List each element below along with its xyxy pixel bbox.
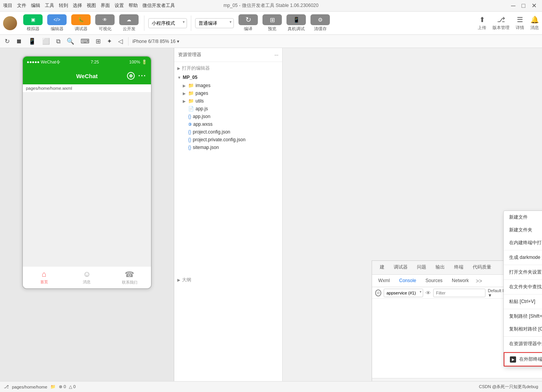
debug-tab-terminal[interactable]: 终端 <box>449 261 468 275</box>
grid-icon[interactable]: ⊞ <box>94 37 102 46</box>
phone-dots[interactable]: ··· <box>138 72 146 80</box>
tree-item-projconfig[interactable]: ▶ {} project.config.json <box>174 128 282 136</box>
ctx-open-terminal[interactable]: 在内建终端中打开 <box>504 236 542 249</box>
menu-goto[interactable]: 转到 <box>59 2 68 9</box>
version-tool[interactable]: ⎇ 版本管理 <box>492 15 509 31</box>
ctx-new-folder[interactable]: 新建文件夹 <box>504 224 542 236</box>
devtools-tab-network[interactable]: Network <box>447 274 473 288</box>
filter-input[interactable] <box>433 289 485 297</box>
phone-path: pages/home/home.wxml <box>23 84 151 92</box>
menu-help[interactable]: 帮助 <box>129 2 138 9</box>
detail-tool[interactable]: ☰ 详情 <box>516 15 524 31</box>
phone-nav-home[interactable]: ⌂ 首页 <box>23 267 65 288</box>
ctx-folder-settings[interactable]: 打开文件夹设置 <box>504 266 542 279</box>
upload-tool[interactable]: ⬆ 上传 <box>478 15 486 31</box>
preview-button[interactable]: ⊞ <box>262 14 282 25</box>
avatar[interactable] <box>3 16 17 30</box>
devtools-tab-console[interactable]: Console <box>394 274 421 288</box>
phone-nav-contact[interactable]: ☎ 联系我们 <box>108 267 151 288</box>
editor-button[interactable]: </> <box>47 14 67 25</box>
eye-icon[interactable]: 👁 <box>425 290 431 296</box>
ctx-paste[interactable]: 粘贴 [Ctrl+V] <box>504 295 542 308</box>
maximize-button[interactable]: □ <box>519 2 528 9</box>
ctx-open-external-terminal[interactable]: ▶ 在外部终端窗口中打开 <box>504 352 542 366</box>
device-selector[interactable]: iPhone 6/7/8 85% 16 ▾ <box>132 39 179 44</box>
mp05-label: MP_05 <box>183 75 197 80</box>
realtest-tool[interactable]: 📱 真机调试 <box>286 14 306 32</box>
tree-item-projprivate[interactable]: ▶ {} project.private.config.json <box>174 136 282 144</box>
menu-project[interactable]: 项目 <box>3 2 12 9</box>
tree-item-appwxss[interactable]: ▶ ③ app.wxss <box>174 120 282 128</box>
tree-item-appjs[interactable]: ▶ 📄 app.js <box>174 105 282 113</box>
debug-tab-issues[interactable]: 问题 <box>412 261 431 275</box>
filetree-menu-icon[interactable]: ··· <box>274 52 278 58</box>
visual-tool[interactable]: 👁 可视化 <box>95 14 115 32</box>
copy-icon[interactable]: ⧉ <box>55 37 62 46</box>
menu-select[interactable]: 选择 <box>73 2 82 9</box>
code-icon[interactable]: ⌨ <box>79 37 91 46</box>
compile-button[interactable]: ↻ <box>238 14 258 25</box>
debug-tab-codequality[interactable]: 代码质量 <box>468 261 496 275</box>
preview-tool[interactable]: ⊞ 预览 <box>262 14 282 32</box>
open-editors-section[interactable]: ▶ 打开的编辑器 <box>174 63 282 73</box>
message-nav-label: 消息 <box>83 279 91 285</box>
outline-section[interactable]: ▶ 大纲 <box>174 275 282 285</box>
menu-bar[interactable]: 项目 文件 编辑 工具 转到 选择 视图 界面 设置 帮助 微信开发者工具 <box>3 2 175 9</box>
simulator-tool[interactable]: ▣ 模拟器 <box>23 14 43 32</box>
debugger-tool[interactable]: 🐛 调试器 <box>71 14 91 32</box>
refresh-button[interactable]: ↻ <box>3 37 11 46</box>
menu-wechat-devtools[interactable]: 微信开发者工具 <box>142 2 175 9</box>
devtools-more-icon[interactable]: >> <box>473 278 484 284</box>
menu-file[interactable]: 文件 <box>17 2 26 9</box>
compile-mode-select[interactable]: 普通编译 <box>195 18 234 28</box>
debug-tab-debugger[interactable]: 调试器 <box>389 261 412 275</box>
cloud-button[interactable]: ☁ <box>119 14 139 25</box>
devtools-tab-sources[interactable]: Sources <box>421 274 447 288</box>
mode-dropdown-group[interactable]: 小程序模式 <box>148 18 187 28</box>
compile-tool[interactable]: ↻ 编译 <box>238 14 258 32</box>
ctx-find-in-folder[interactable]: 在文件夹中查找... <box>504 281 542 293</box>
phone-more-button[interactable]: ⊕ <box>127 72 135 80</box>
clearcache-button[interactable]: ⚙ <box>310 14 330 25</box>
ctx-show-in-explorer[interactable]: 在资源管理器中显示 [Shift+Alt+R] <box>504 337 542 350</box>
menu-edit[interactable]: 编辑 <box>31 2 40 9</box>
simulator-button[interactable]: ▣ <box>23 14 43 25</box>
editor-tool[interactable]: </> 编辑器 <box>47 14 67 32</box>
menu-view[interactable]: 视图 <box>87 2 96 9</box>
menu-settings[interactable]: 设置 <box>115 2 124 9</box>
close-button[interactable]: ✕ <box>529 2 539 9</box>
clear-icon[interactable]: ✦ <box>105 37 113 46</box>
minimize-button[interactable]: ─ <box>509 2 518 9</box>
context-select[interactable]: appservice (#1) <box>384 289 423 297</box>
stop-button[interactable]: ⏹ <box>14 37 24 46</box>
tree-item-appjson[interactable]: ▶ {} app.json <box>174 113 282 120</box>
tree-item-sitemap[interactable]: ▶ {} sitemap.json <box>174 144 282 151</box>
window-controls[interactable]: ─ □ ✕ <box>509 2 539 9</box>
message-tool[interactable]: 🔔 消息 <box>530 15 539 31</box>
tree-item-images[interactable]: ▶ 📁 images <box>174 82 282 89</box>
clearcache-tool[interactable]: ⚙ 清缓存 <box>310 14 330 32</box>
ctx-new-file[interactable]: 新建文件 <box>504 211 542 224</box>
debugger-button[interactable]: 🐛 <box>71 14 91 25</box>
debug-tab-build[interactable]: 建 <box>375 261 389 275</box>
realtest-button[interactable]: 📱 <box>286 14 306 25</box>
mp05-section[interactable]: ▼ MP_05 <box>174 73 282 82</box>
ctx-copy-relative-path[interactable]: 复制相对路径 [Ctrl+K Ctrl+Shift+C] <box>504 323 542 336</box>
phone-nav-message[interactable]: ☺ 消息 <box>65 267 108 288</box>
menu-interface[interactable]: 界面 <box>101 2 110 9</box>
tree-item-pages[interactable]: ▶ 📁 pages <box>174 89 282 97</box>
cloud-tool[interactable]: ☁ 云开发 <box>119 14 139 32</box>
mode-select[interactable]: 小程序模式 <box>148 18 187 28</box>
ctx-darkmode[interactable]: 生成 darkmode 适配代码 <box>504 251 542 264</box>
visual-button[interactable]: 👁 <box>95 14 115 25</box>
tree-item-utils[interactable]: ▶ 📁 utils <box>174 97 282 105</box>
ctx-copy-path[interactable]: 复制路径 [Shift+Alt+C] <box>504 310 542 323</box>
debug-tab-output[interactable]: 输出 <box>431 261 449 275</box>
context-select-wrap[interactable]: appservice (#1) <box>384 289 423 297</box>
compile-mode-dropdown-group[interactable]: 普通编译 <box>195 18 234 28</box>
menu-tools[interactable]: 工具 <box>45 2 54 9</box>
status-folder-icon[interactable]: 📁 <box>50 384 56 389</box>
search-icon[interactable]: 🔍 <box>65 37 76 46</box>
more-icon[interactable]: ◁ <box>117 37 124 46</box>
devtools-tab-wxml[interactable]: Wxml <box>374 274 394 288</box>
